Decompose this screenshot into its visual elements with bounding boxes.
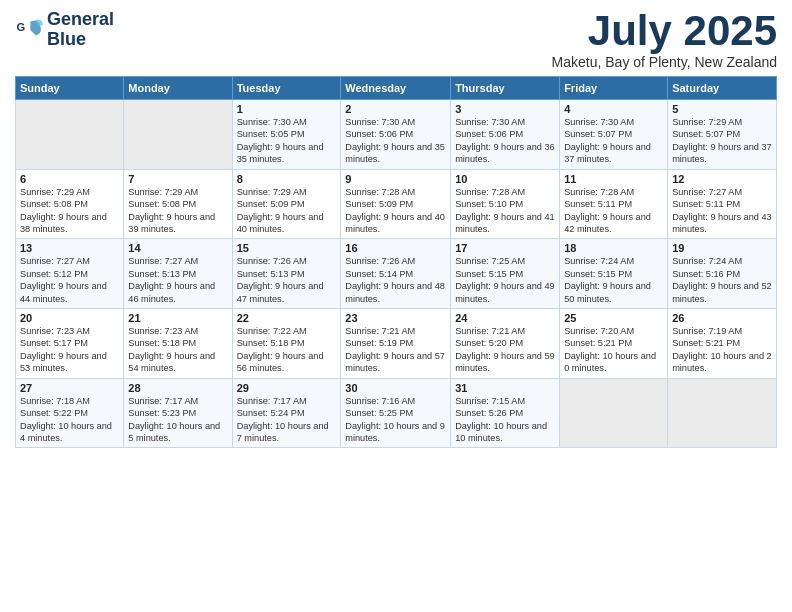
calendar-week-row: 6Sunrise: 7:29 AMSunset: 5:08 PMDaylight… [16,169,777,239]
day-number: 24 [455,312,555,324]
day-number: 9 [345,173,446,185]
day-info: Sunrise: 7:28 AMSunset: 5:11 PMDaylight:… [564,186,663,236]
day-number: 22 [237,312,337,324]
calendar-cell: 14Sunrise: 7:27 AMSunset: 5:13 PMDayligh… [124,239,232,309]
title-block: July 2025 Maketu, Bay of Plenty, New Zea… [552,10,777,70]
day-info: Sunrise: 7:23 AMSunset: 5:17 PMDaylight:… [20,325,119,375]
weekday-header: Friday [560,77,668,100]
day-number: 7 [128,173,227,185]
calendar-header: SundayMondayTuesdayWednesdayThursdayFrid… [16,77,777,100]
day-number: 18 [564,242,663,254]
calendar-cell: 25Sunrise: 7:20 AMSunset: 5:21 PMDayligh… [560,309,668,379]
calendar-cell: 7Sunrise: 7:29 AMSunset: 5:08 PMDaylight… [124,169,232,239]
day-info: Sunrise: 7:27 AMSunset: 5:11 PMDaylight:… [672,186,772,236]
day-info: Sunrise: 7:24 AMSunset: 5:16 PMDaylight:… [672,255,772,305]
day-number: 4 [564,103,663,115]
calendar-cell: 21Sunrise: 7:23 AMSunset: 5:18 PMDayligh… [124,309,232,379]
weekday-header: Saturday [668,77,777,100]
day-info: Sunrise: 7:30 AMSunset: 5:06 PMDaylight:… [345,116,446,166]
calendar-week-row: 27Sunrise: 7:18 AMSunset: 5:22 PMDayligh… [16,378,777,448]
day-number: 2 [345,103,446,115]
weekday-header: Thursday [451,77,560,100]
calendar-body: 1Sunrise: 7:30 AMSunset: 5:05 PMDaylight… [16,100,777,448]
weekday-row: SundayMondayTuesdayWednesdayThursdayFrid… [16,77,777,100]
calendar-week-row: 20Sunrise: 7:23 AMSunset: 5:17 PMDayligh… [16,309,777,379]
calendar-cell [124,100,232,170]
calendar-cell: 2Sunrise: 7:30 AMSunset: 5:06 PMDaylight… [341,100,451,170]
day-number: 19 [672,242,772,254]
calendar-cell: 16Sunrise: 7:26 AMSunset: 5:14 PMDayligh… [341,239,451,309]
calendar-cell: 4Sunrise: 7:30 AMSunset: 5:07 PMDaylight… [560,100,668,170]
day-info: Sunrise: 7:22 AMSunset: 5:18 PMDaylight:… [237,325,337,375]
logo-icon: G [15,16,43,44]
day-number: 13 [20,242,119,254]
calendar-week-row: 1Sunrise: 7:30 AMSunset: 5:05 PMDaylight… [16,100,777,170]
day-number: 15 [237,242,337,254]
day-info: Sunrise: 7:25 AMSunset: 5:15 PMDaylight:… [455,255,555,305]
calendar-cell: 9Sunrise: 7:28 AMSunset: 5:09 PMDaylight… [341,169,451,239]
calendar-cell: 22Sunrise: 7:22 AMSunset: 5:18 PMDayligh… [232,309,341,379]
calendar-cell: 20Sunrise: 7:23 AMSunset: 5:17 PMDayligh… [16,309,124,379]
day-number: 26 [672,312,772,324]
day-number: 21 [128,312,227,324]
day-number: 12 [672,173,772,185]
day-info: Sunrise: 7:30 AMSunset: 5:07 PMDaylight:… [564,116,663,166]
weekday-header: Wednesday [341,77,451,100]
day-info: Sunrise: 7:29 AMSunset: 5:07 PMDaylight:… [672,116,772,166]
day-info: Sunrise: 7:26 AMSunset: 5:14 PMDaylight:… [345,255,446,305]
calendar-cell: 15Sunrise: 7:26 AMSunset: 5:13 PMDayligh… [232,239,341,309]
day-info: Sunrise: 7:19 AMSunset: 5:21 PMDaylight:… [672,325,772,375]
day-number: 29 [237,382,337,394]
logo-line1: General [47,10,114,30]
day-info: Sunrise: 7:21 AMSunset: 5:19 PMDaylight:… [345,325,446,375]
location: Maketu, Bay of Plenty, New Zealand [552,54,777,70]
day-number: 23 [345,312,446,324]
calendar-cell [16,100,124,170]
day-number: 14 [128,242,227,254]
calendar-cell: 18Sunrise: 7:24 AMSunset: 5:15 PMDayligh… [560,239,668,309]
day-info: Sunrise: 7:30 AMSunset: 5:06 PMDaylight:… [455,116,555,166]
day-info: Sunrise: 7:27 AMSunset: 5:13 PMDaylight:… [128,255,227,305]
day-info: Sunrise: 7:17 AMSunset: 5:23 PMDaylight:… [128,395,227,445]
main-container: G General Blue July 2025 Maketu, Bay of … [0,0,792,458]
svg-text:G: G [16,21,25,33]
day-number: 16 [345,242,446,254]
day-info: Sunrise: 7:20 AMSunset: 5:21 PMDaylight:… [564,325,663,375]
calendar-table: SundayMondayTuesdayWednesdayThursdayFrid… [15,76,777,448]
month-title: July 2025 [552,10,777,52]
calendar-cell: 8Sunrise: 7:29 AMSunset: 5:09 PMDaylight… [232,169,341,239]
calendar-cell: 11Sunrise: 7:28 AMSunset: 5:11 PMDayligh… [560,169,668,239]
day-number: 5 [672,103,772,115]
day-number: 1 [237,103,337,115]
calendar-cell: 17Sunrise: 7:25 AMSunset: 5:15 PMDayligh… [451,239,560,309]
calendar-cell: 6Sunrise: 7:29 AMSunset: 5:08 PMDaylight… [16,169,124,239]
calendar-cell: 23Sunrise: 7:21 AMSunset: 5:19 PMDayligh… [341,309,451,379]
calendar-cell: 27Sunrise: 7:18 AMSunset: 5:22 PMDayligh… [16,378,124,448]
day-info: Sunrise: 7:23 AMSunset: 5:18 PMDaylight:… [128,325,227,375]
day-info: Sunrise: 7:29 AMSunset: 5:08 PMDaylight:… [20,186,119,236]
day-number: 28 [128,382,227,394]
day-number: 25 [564,312,663,324]
weekday-header: Tuesday [232,77,341,100]
day-info: Sunrise: 7:30 AMSunset: 5:05 PMDaylight:… [237,116,337,166]
day-number: 17 [455,242,555,254]
weekday-header: Monday [124,77,232,100]
day-info: Sunrise: 7:28 AMSunset: 5:09 PMDaylight:… [345,186,446,236]
calendar-cell: 28Sunrise: 7:17 AMSunset: 5:23 PMDayligh… [124,378,232,448]
day-info: Sunrise: 7:24 AMSunset: 5:15 PMDaylight:… [564,255,663,305]
calendar-cell: 13Sunrise: 7:27 AMSunset: 5:12 PMDayligh… [16,239,124,309]
day-info: Sunrise: 7:26 AMSunset: 5:13 PMDaylight:… [237,255,337,305]
calendar-cell: 3Sunrise: 7:30 AMSunset: 5:06 PMDaylight… [451,100,560,170]
day-info: Sunrise: 7:21 AMSunset: 5:20 PMDaylight:… [455,325,555,375]
calendar-week-row: 13Sunrise: 7:27 AMSunset: 5:12 PMDayligh… [16,239,777,309]
calendar-cell: 30Sunrise: 7:16 AMSunset: 5:25 PMDayligh… [341,378,451,448]
day-info: Sunrise: 7:17 AMSunset: 5:24 PMDaylight:… [237,395,337,445]
calendar-cell: 10Sunrise: 7:28 AMSunset: 5:10 PMDayligh… [451,169,560,239]
logo-line2: Blue [47,30,114,50]
day-info: Sunrise: 7:27 AMSunset: 5:12 PMDaylight:… [20,255,119,305]
calendar-cell [668,378,777,448]
day-number: 27 [20,382,119,394]
calendar-cell: 1Sunrise: 7:30 AMSunset: 5:05 PMDaylight… [232,100,341,170]
header: G General Blue July 2025 Maketu, Bay of … [15,10,777,70]
calendar-cell: 31Sunrise: 7:15 AMSunset: 5:26 PMDayligh… [451,378,560,448]
